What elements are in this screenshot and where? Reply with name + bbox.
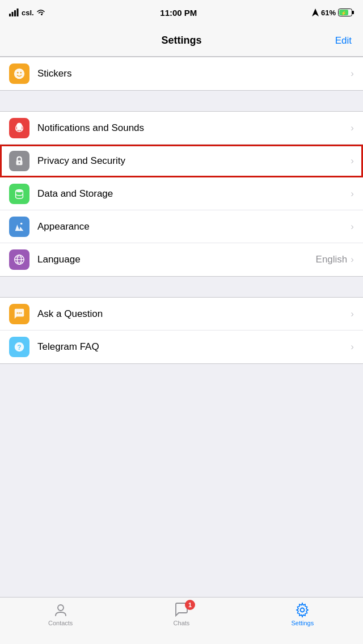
language-svg (13, 253, 26, 266)
spacer-2 (0, 277, 363, 297)
faq-chevron: › (351, 341, 354, 353)
svg-rect-5 (352, 11, 354, 14)
language-label: Language (37, 254, 316, 265)
svg-rect-2 (14, 10, 16, 16)
notifications-svg (13, 122, 26, 134)
data-label: Data and Storage (37, 188, 351, 200)
battery-icon: ⚡ (338, 9, 354, 16)
status-right: 61% ⚡ (312, 9, 354, 17)
svg-point-25 (20, 312, 22, 313)
nav-bar: Settings Edit (0, 25, 363, 57)
notifications-icon (9, 118, 29, 138)
ask-icon (9, 304, 29, 324)
signal-icon (9, 9, 19, 16)
data-item[interactable]: Data and Storage › (0, 177, 363, 210)
tab-contacts[interactable]: Contacts (0, 602, 121, 626)
svg-point-9 (17, 72, 19, 74)
privacy-label: Privacy and Security (37, 155, 351, 167)
spacer-3 (0, 364, 363, 384)
stickers-label: Stickers (37, 68, 351, 79)
svg-text:?: ? (17, 344, 21, 351)
language-chevron: › (351, 254, 354, 265)
battery-label: 61% (321, 9, 336, 17)
appearance-svg (13, 221, 26, 233)
svg-point-24 (19, 312, 20, 313)
faq-label: Telegram FAQ (37, 341, 351, 353)
notifications-item[interactable]: Notifications and Sounds › (0, 112, 363, 145)
data-icon (9, 184, 29, 204)
section-2-list: Notifications and Sounds › Privacy and S… (0, 111, 363, 277)
appearance-icon (9, 217, 29, 237)
stickers-svg (13, 67, 26, 80)
stickers-chevron: › (351, 68, 354, 79)
language-value: English (316, 254, 348, 265)
contacts-tab-label: Contacts (48, 620, 73, 626)
faq-svg: ? (13, 341, 26, 353)
language-item[interactable]: Language English › (0, 243, 363, 276)
privacy-chevron: › (351, 155, 354, 167)
appearance-chevron: › (351, 221, 354, 232)
language-icon (9, 249, 29, 270)
svg-point-15 (19, 162, 20, 163)
ask-chevron: › (351, 308, 354, 320)
svg-rect-3 (17, 9, 19, 16)
privacy-icon (9, 151, 29, 171)
chats-icon-wrap: 1 (172, 602, 191, 618)
edit-button[interactable]: Edit (335, 35, 352, 46)
svg-point-29 (301, 608, 305, 612)
faq-icon: ? (9, 337, 29, 357)
svg-rect-0 (9, 14, 11, 16)
stickers-item[interactable]: Stickers › (0, 57, 363, 90)
tab-chats[interactable]: 1 Chats (121, 602, 242, 626)
appearance-item[interactable]: Appearance › (0, 210, 363, 243)
wifi-icon (36, 9, 45, 16)
notifications-chevron: › (351, 122, 354, 134)
spacer-1 (0, 91, 363, 111)
svg-point-16 (16, 189, 23, 192)
location-icon (312, 9, 319, 16)
status-time: 11:00 PM (160, 8, 197, 18)
appearance-label: Appearance (37, 221, 351, 232)
stickers-icon (9, 63, 29, 84)
ask-svg (13, 308, 26, 320)
main-content: Stickers › Notifications and Sounds › (0, 57, 363, 431)
privacy-svg (13, 155, 26, 167)
ask-label: Ask a Question (37, 308, 351, 320)
svg-text:⚡: ⚡ (341, 10, 347, 16)
status-bar: csl. 11:00 PM 61% ⚡ (0, 0, 363, 25)
carrier-label: csl. (22, 9, 34, 17)
chats-tab-label: Chats (174, 620, 190, 626)
privacy-item[interactable]: Privacy and Security › (0, 145, 363, 177)
faq-item[interactable]: ? Telegram FAQ › (0, 331, 363, 363)
contacts-icon-wrap (52, 602, 70, 618)
page-title: Settings (161, 35, 201, 46)
status-left: csl. (9, 9, 45, 17)
notifications-label: Notifications and Sounds (37, 122, 351, 134)
ask-question-item[interactable]: Ask a Question › (0, 298, 363, 331)
tab-settings[interactable]: Settings (242, 602, 363, 626)
settings-tab-label: Settings (291, 620, 314, 626)
svg-point-17 (20, 222, 23, 224)
data-chevron: › (351, 188, 354, 200)
settings-icon (294, 602, 310, 618)
data-svg (13, 188, 26, 200)
svg-point-23 (17, 312, 18, 313)
section-3-list: Ask a Question › ? Telegram FAQ › (0, 297, 363, 364)
svg-rect-1 (12, 12, 14, 16)
chats-badge: 1 (185, 600, 195, 610)
svg-point-10 (20, 72, 22, 74)
settings-icon-wrap (293, 602, 311, 618)
svg-point-8 (14, 69, 24, 79)
contacts-icon (53, 603, 68, 617)
svg-point-13 (18, 126, 21, 130)
tab-bar: Contacts 1 Chats Settings (0, 597, 363, 644)
svg-point-28 (58, 605, 64, 611)
section-1-list: Stickers › (0, 57, 363, 91)
